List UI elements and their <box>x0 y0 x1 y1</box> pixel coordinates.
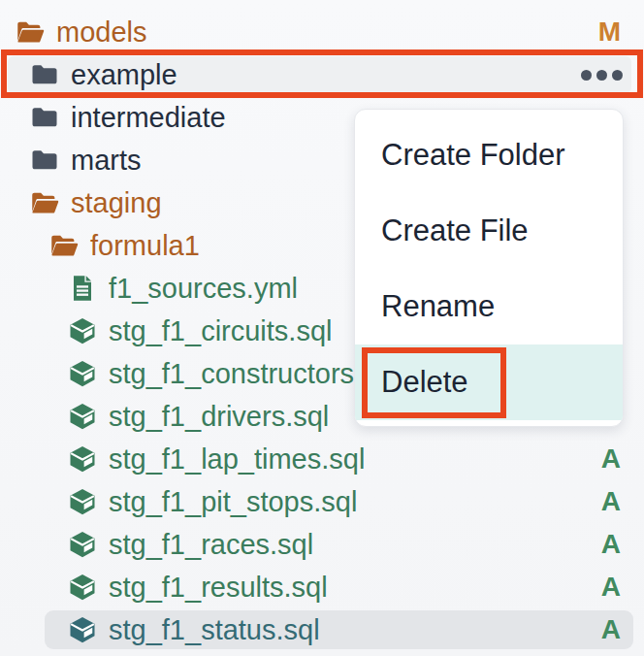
menu-item-rename[interactable]: Rename <box>355 269 623 344</box>
tree-item-label: stg_f1_results.sql <box>109 572 328 604</box>
yml-file-icon <box>68 274 97 303</box>
ellipsis-menu-icon[interactable] <box>581 70 623 81</box>
tree-item-label: stg_f1_drivers.sql <box>109 401 329 433</box>
model-cube-icon <box>68 487 97 516</box>
tree-item-label: models <box>56 16 147 49</box>
model-cube-icon <box>68 359 97 388</box>
tree-item-label: stg_f1_lap_times.sql <box>109 443 365 476</box>
model-cube-icon <box>68 316 97 345</box>
tree-item-label: intermediate <box>71 102 226 134</box>
menu-item-delete[interactable]: Delete <box>355 344 623 420</box>
tree-item-label: staging <box>71 187 162 219</box>
model-cube-icon <box>68 615 97 644</box>
menu-item-create-folder[interactable]: Create Folder <box>355 117 623 193</box>
context-menu: Create Folder Create File Rename Delete <box>354 109 624 427</box>
folder-open-icon <box>16 17 45 47</box>
tree-item-label: f1_sources.yml <box>109 273 298 305</box>
tree-item-example[interactable]: example <box>0 53 644 96</box>
status-badge-added: A <box>601 614 621 645</box>
status-badge-modified: M <box>598 16 621 48</box>
model-cube-icon <box>68 573 97 602</box>
tree-item-stg-f1-races[interactable]: stg_f1_races.sql A <box>0 523 644 566</box>
tree-item-stg-f1-results[interactable]: stg_f1_results.sql A <box>0 566 644 608</box>
folder-closed-icon <box>30 103 59 132</box>
tree-item-stg-f1-pit-stops[interactable]: stg_f1_pit_stops.sql A <box>0 480 644 523</box>
tree-item-label: marts <box>71 145 142 177</box>
tree-item-label: stg_f1_races.sql <box>109 529 313 561</box>
tree-item-stg-f1-status[interactable]: stg_f1_status.sql A <box>0 608 644 651</box>
folder-closed-icon <box>30 60 59 89</box>
tree-item-label: stg_f1_circuits.sql <box>109 315 333 347</box>
tree-item-stg-f1-lap-times[interactable]: stg_f1_lap_times.sql A <box>0 438 644 480</box>
status-badge-added: A <box>601 443 621 475</box>
status-badge-added: A <box>601 529 621 560</box>
status-badge-added: A <box>601 486 621 517</box>
model-cube-icon <box>68 402 97 431</box>
tree-item-label: example <box>71 59 177 91</box>
menu-item-create-file[interactable]: Create File <box>355 193 623 269</box>
tree-item-label: stg_f1_status.sql <box>109 614 320 646</box>
model-cube-icon <box>68 530 97 559</box>
tree-item-models[interactable]: models M <box>0 11 644 53</box>
tree-item-label: formula1 <box>90 230 200 262</box>
folder-open-icon <box>49 231 79 260</box>
status-badge-added: A <box>601 572 621 603</box>
model-cube-icon <box>68 444 97 474</box>
folder-open-icon <box>30 188 59 217</box>
folder-closed-icon <box>30 146 59 175</box>
tree-item-label: stg_f1_pit_stops.sql <box>109 486 357 518</box>
